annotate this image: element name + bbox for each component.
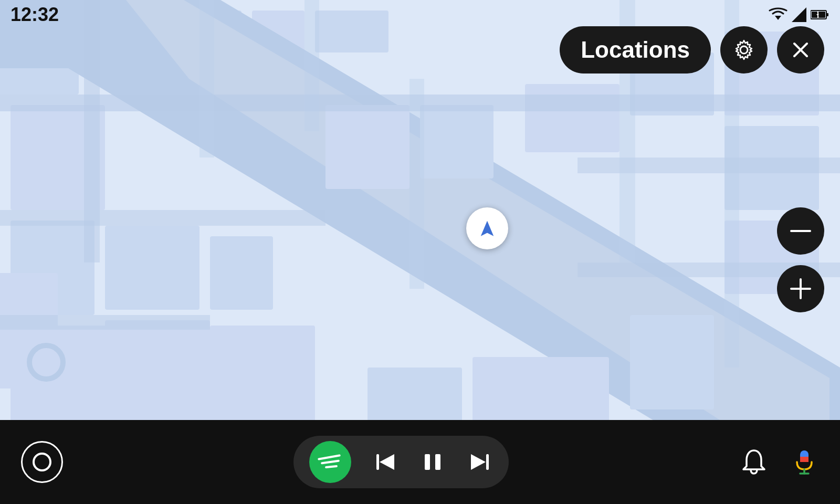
svg-rect-52 bbox=[376, 454, 379, 470]
plus-icon bbox=[790, 278, 811, 299]
wifi-icon bbox=[769, 7, 788, 22]
prev-button[interactable] bbox=[372, 449, 398, 475]
svg-rect-28 bbox=[0, 315, 210, 330]
locations-button[interactable]: Locations bbox=[560, 26, 711, 74]
voice-button[interactable] bbox=[790, 447, 819, 477]
skip-previous-icon bbox=[372, 449, 398, 475]
gear-icon bbox=[732, 38, 755, 61]
svg-rect-16 bbox=[326, 105, 410, 189]
right-controls bbox=[739, 447, 819, 477]
svg-rect-18 bbox=[525, 84, 620, 152]
navigation-arrow bbox=[477, 218, 498, 239]
svg-rect-56 bbox=[486, 454, 489, 470]
settings-button[interactable] bbox=[720, 26, 768, 74]
clock: 12:32 bbox=[10, 4, 59, 26]
svg-point-45 bbox=[740, 46, 748, 54]
next-button[interactable] bbox=[467, 449, 493, 475]
map-container: 12:32 Locations bbox=[0, 0, 840, 457]
svg-marker-39 bbox=[792, 7, 806, 22]
notification-button[interactable] bbox=[739, 447, 769, 477]
spotify-button[interactable] bbox=[309, 441, 351, 483]
battery-icon bbox=[811, 9, 830, 20]
home-button[interactable] bbox=[21, 441, 63, 483]
svg-marker-38 bbox=[775, 16, 781, 20]
media-controls bbox=[293, 436, 509, 488]
microphone-icon bbox=[790, 447, 819, 477]
skip-next-icon bbox=[467, 449, 493, 475]
svg-marker-53 bbox=[380, 454, 394, 470]
bottom-bar bbox=[0, 420, 840, 504]
zoom-out-button[interactable] bbox=[777, 207, 824, 255]
pause-button[interactable] bbox=[419, 449, 446, 475]
close-icon bbox=[791, 40, 810, 59]
svg-rect-27 bbox=[0, 210, 326, 226]
spotify-icon bbox=[320, 456, 341, 468]
svg-rect-48 bbox=[790, 230, 811, 232]
svg-rect-13 bbox=[0, 273, 58, 388]
svg-rect-54 bbox=[425, 454, 430, 470]
bell-icon bbox=[739, 447, 769, 477]
svg-rect-50 bbox=[800, 278, 802, 299]
minus-icon bbox=[790, 229, 811, 233]
svg-rect-7 bbox=[210, 236, 273, 310]
status-icons bbox=[769, 7, 830, 22]
location-marker bbox=[466, 207, 508, 249]
svg-rect-23 bbox=[630, 315, 714, 410]
svg-rect-29 bbox=[578, 158, 840, 173]
svg-rect-59 bbox=[800, 457, 808, 462]
signal-icon bbox=[792, 7, 806, 22]
svg-rect-31 bbox=[84, 0, 100, 262]
close-button[interactable] bbox=[777, 26, 824, 74]
home-icon bbox=[33, 453, 51, 471]
svg-rect-5 bbox=[105, 226, 200, 310]
svg-rect-34 bbox=[410, 79, 424, 289]
svg-rect-17 bbox=[420, 105, 494, 178]
svg-marker-57 bbox=[471, 454, 486, 470]
svg-rect-6 bbox=[105, 320, 210, 436]
pause-icon bbox=[419, 449, 446, 475]
svg-rect-41 bbox=[826, 13, 828, 16]
zoom-in-button[interactable] bbox=[777, 265, 824, 312]
top-controls: Locations bbox=[560, 26, 824, 74]
status-bar: 12:32 bbox=[0, 0, 840, 29]
zoom-controls bbox=[777, 207, 824, 312]
svg-rect-55 bbox=[435, 454, 440, 470]
svg-marker-51 bbox=[480, 219, 495, 237]
